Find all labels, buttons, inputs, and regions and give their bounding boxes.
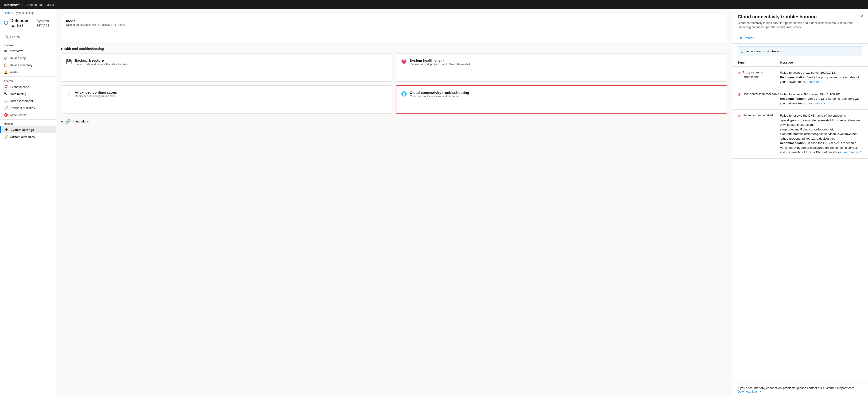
panel-subtitle: Cloud connectivity issues can disrupt wo… (738, 21, 862, 29)
refresh-label: Refresh (744, 36, 754, 40)
panel-info-bar: ℹ Last updated 4 minutes ago (738, 46, 862, 56)
search-input[interactable] (10, 35, 51, 39)
sidebar-item-data-mining[interactable]: ⛏ Data mining (0, 90, 56, 97)
search-box[interactable]: 🔍 (3, 34, 53, 40)
error-icon-dns: ⊗ (738, 92, 741, 97)
integrations-chevron-icon: ▶ (61, 120, 63, 123)
mode-card[interactable]: mode Upload an activation file to reacti… (61, 14, 727, 42)
sidebar-item-risk-assessment[interactable]: 📊 Risk assessment (0, 97, 56, 104)
cloud-connectivity-card[interactable]: 🌐 Cloud connectivity troubleshooting Clo… (396, 86, 727, 113)
top-bar-divider (23, 2, 23, 7)
advanced-config-header: 📄 Advanced configurations Modify sensor … (66, 90, 387, 98)
backup-card-header: 💾 Backup & restore Backup data and resto… (66, 59, 387, 66)
breadcrumb: Home > System settings (0, 9, 56, 16)
error-type-name-resolution: ⊗ Name resolution failed (738, 113, 780, 118)
sidebar-item-device-map[interactable]: ◎ Device map (0, 55, 56, 62)
advanced-config-body: Advanced configurations Modify sensor co… (75, 90, 117, 98)
sidebar-item-system-settings[interactable]: ⚙ System settings (0, 126, 56, 133)
cloud-connectivity-icon: 🌐 (401, 91, 407, 97)
advanced-config-title: Advanced configurations (75, 90, 117, 94)
footer-text: If you encounter any connectivity proble… (738, 386, 854, 390)
sidebar-icon-risk-assessment: 📊 (4, 99, 7, 103)
advanced-config-desc: Modify sensor configuration files (75, 94, 117, 98)
sidebar-item-trends-statistics[interactable]: 📈 Trends & statistics (0, 104, 56, 111)
system-health-icon: 💗 (401, 59, 407, 65)
download-logs-link[interactable]: Download logs ↗ (738, 390, 761, 393)
sidebar-label-custom-alert-rules: Custom alert rules (10, 135, 34, 139)
error-message-dns: Failed to access DNS server 198.51.100.1… (780, 92, 862, 106)
download-logs-label: Download logs (738, 390, 757, 393)
sidebar-label-alerts: Alerts (10, 70, 18, 74)
backup-card-title: Backup & restore (75, 59, 127, 62)
system-health-body: System health check Review network prope… (410, 59, 474, 66)
backup-restore-card[interactable]: 💾 Backup & restore Backup data and resto… (61, 54, 392, 81)
sidebar-item-device-inventory[interactable]: 📋 Device inventory (0, 62, 56, 68)
page-title-area: 🛡 Defender for IoT | System settings (0, 16, 56, 31)
external-link-icon: ↗ (758, 390, 761, 393)
sidebar-label-attack-vector: Attack vector (10, 113, 28, 117)
panel-header: ✕ Cloud connectivity troubleshooting Clo… (732, 9, 868, 32)
sidebar-label-trends-statistics: Trends & statistics (10, 106, 35, 110)
health-section-header: Health and troubleshooting (61, 47, 727, 51)
breadcrumb-home[interactable]: Home (4, 11, 11, 14)
sidebar: Home > System settings 🛡 Defender for Io… (0, 9, 56, 397)
error-type-text-name-resolution: Name resolution failed (743, 113, 773, 118)
error-type-text-dns: DNS server is unreachable (743, 92, 779, 96)
learn-more-link-proxy[interactable]: Learn more ↗ (807, 80, 826, 84)
sidebar-item-overview[interactable]: ⊞ Overview (0, 47, 56, 55)
system-health-desc: Review network propert... and other data… (410, 62, 474, 66)
breadcrumb-sep: > (12, 11, 13, 14)
panel-footer: If you encounter any connectivity proble… (732, 382, 868, 397)
advanced-config-icon: 📄 (66, 91, 72, 96)
right-panel: ✕ Cloud connectivity troubleshooting Clo… (732, 9, 868, 397)
refresh-icon: ↻ (740, 36, 742, 40)
cloud-connectivity-header: 🌐 Cloud connectivity troubleshooting Clo… (401, 91, 722, 99)
mode-card-content: mode Upload an activation file to reacti… (66, 19, 126, 27)
sidebar-icon-overview: ⊞ (4, 49, 7, 53)
error-type-dns: ⊗ DNS server is unreachable (738, 92, 780, 97)
cloud-connectivity-desc: Cloud connectivity issues and hinder ac.… (410, 95, 469, 99)
title-separator: | (33, 22, 34, 25)
app-container: Home > System settings 🛡 Defender for Io… (0, 9, 868, 397)
sidebar-icon-device-inventory: 📋 (4, 63, 7, 67)
sidebar-label-device-inventory: Device inventory (10, 63, 32, 67)
panel-title: Cloud connectivity troubleshooting (738, 14, 862, 20)
backup-card-desc: Backup data and restore the latest backu… (75, 62, 127, 66)
sidebar-icon-device-map: ◎ (4, 56, 7, 60)
sidebar-icon-data-mining: ⛏ (4, 92, 7, 96)
error-row-proxy: ⊗ Proxy server is unreachable Failed to … (732, 67, 868, 88)
discover-section-label: Discover (0, 42, 56, 47)
learn-more-link-name-resolution[interactable]: Learn more ↗ (843, 151, 862, 154)
sidebar-item-attack-vector[interactable]: 🎯 Attack vector (0, 111, 56, 119)
sidebar-icon-trends-statistics: 📈 (4, 106, 7, 110)
integrations-section: ▶ 🔗 Integrations (61, 118, 727, 124)
error-icon-proxy: ⊗ (738, 71, 741, 75)
sidebar-item-custom-alert-rules[interactable]: 📝 Custom alert rules (0, 133, 56, 140)
manage-section-label: Manage (0, 121, 56, 126)
panel-close-button[interactable]: ✕ (859, 13, 864, 20)
brand-logo: Microsoft (4, 3, 20, 7)
advanced-config-card[interactable]: 📄 Advanced configurations Modify sensor … (61, 86, 392, 113)
cloud-connectivity-title: Cloud connectivity troubleshooting (410, 91, 469, 95)
app-name: Defender for IoT (10, 18, 30, 28)
analyze-section-label: Analyze (0, 78, 56, 83)
sidebar-item-event-timeline[interactable]: 📅 Event timeline (0, 83, 56, 90)
sidebar-icon-alerts: 🔔 (4, 70, 7, 74)
refresh-button[interactable]: ↻ Refresh (738, 35, 756, 41)
sidebar-label-system-settings: System settings (10, 128, 34, 132)
sidebar-icon-custom-alert-rules: 📝 (4, 135, 7, 139)
mode-card-header: mode Upload an activation file to reacti… (66, 19, 722, 27)
error-rows: ⊗ Proxy server is unreachable Failed to … (732, 67, 868, 159)
sidebar-item-alerts[interactable]: 🔔 Alerts (0, 68, 56, 75)
sidebar-discover: ⊞ Overview ◎ Device map 📋 Device invento… (0, 47, 56, 75)
system-health-title: System health check (410, 59, 474, 62)
error-icon-name-resolution: ⊗ (738, 113, 741, 118)
top-bar: Microsoft Contoso Ltd. - 23.1.3 (0, 0, 868, 9)
error-row-dns: ⊗ DNS server is unreachable Failed to ac… (732, 88, 868, 110)
sidebar-label-event-timeline: Event timeline (10, 85, 29, 89)
learn-more-link-dns[interactable]: Learn more ↗ (807, 102, 826, 105)
sidebar-manage: ⚙ System settings 📝 Custom alert rules (0, 126, 56, 140)
system-health-card[interactable]: 💗 System health check Review network pro… (396, 54, 727, 81)
integrations-collapse[interactable]: ▶ 🔗 Integrations (61, 118, 727, 124)
backup-icon: 💾 (66, 59, 72, 65)
